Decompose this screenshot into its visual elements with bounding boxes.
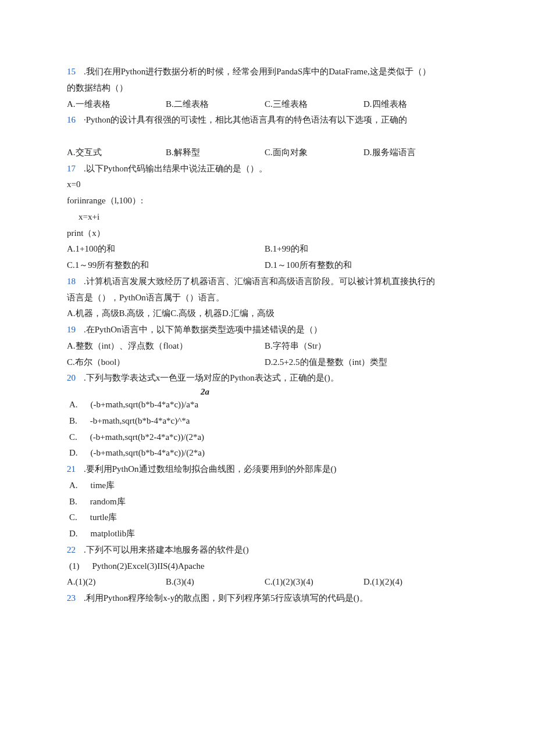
q17-option-b: B.1+99的和: [265, 241, 462, 257]
q19-stem-text: .在PythOn语言中，以下简单数据类型选项中描述错误的是（）: [84, 325, 322, 334]
q19-option-c: C.布尔（bool）: [67, 354, 265, 371]
q20-c-text: (-b+math,sqrt(b*2-4*a*c))/(2*a): [90, 432, 204, 442]
q17-option-d: D.1～100所有整数的和: [265, 257, 462, 274]
q16-blank: [67, 128, 471, 145]
q19-option-a: A.整数（int）、浮点数（float）: [67, 338, 265, 354]
paren-one: (1): [67, 561, 92, 571]
q16-option-c: C.面向对象: [265, 145, 363, 161]
q20-b-text: -b+math,sqrt(b*b-4*a*c)^*a: [90, 416, 190, 425]
q16-number: 16: [67, 115, 84, 124]
q16-stem-text: ·Python的设计具有很强的可读性，相比其他语言具有的特色语法有以下选项，正确…: [84, 115, 407, 124]
q21-d-text: matplotlib库: [91, 529, 135, 538]
q17-option-c: C.1～99所有整数的和: [67, 257, 265, 274]
q16-stem: 16·Python的设计具有很强的可读性，相比其他语言具有的特色语法有以下选项，…: [67, 112, 471, 128]
q19-options-row2: C.布尔（bool） D.2.5+2.5的值是整数（int）类型: [67, 354, 471, 371]
q17-options-row2: C.1～99所有整数的和 D.1～100所有整数的和: [67, 257, 471, 274]
letter-a: A.: [67, 481, 91, 490]
letter-d: D.: [67, 529, 91, 538]
q22-sub-text: Python(2)Excel(3)IIS(4)Apache: [92, 561, 205, 571]
q15-option-c: C.三维表格: [265, 96, 363, 113]
q21-option-c: C.turtle库: [67, 510, 471, 526]
q18-stem-line1: 18.计算机语言发展大致经历了机器语言、汇编语言和高级语言阶段。可以被计算机直接…: [67, 274, 471, 290]
q17-option-a: A.1+100的和: [67, 241, 265, 257]
q15-option-a: A.一维表格: [67, 96, 166, 113]
q15-number: 15: [67, 67, 84, 76]
q20-d-text: (-b+math,sqrt(b*b-4*a*c))/(2*a): [91, 448, 205, 457]
q19-number: 19: [67, 325, 84, 334]
q22-stem-text: .下列不可以用来搭建本地服务器的软件是(): [84, 545, 249, 554]
q15-option-b: B.二维表格: [166, 96, 265, 113]
q17-code-2: foriinrange（l,100）:: [67, 193, 471, 209]
q22-option-b: B.(3)(4): [166, 574, 265, 590]
q20-option-d: D.(-b+math,sqrt(b*b-4*a*c))/(2*a): [67, 445, 471, 461]
q16-options: A.交互式 B.解释型 C.面向对象 D.服务端语言: [67, 145, 471, 161]
q23-stem: 23.利用Python程序绘制x-y的散点图，则下列程序第5行应该填写的代码是(…: [67, 590, 471, 607]
q22-option-d: D.(1)(2)(4): [363, 574, 402, 590]
q18-stem-line2: 语言是（），PythOn语言属于（）语言。: [67, 290, 471, 306]
q17-options-row1: A.1+100的和 B.1+99的和: [67, 241, 471, 257]
q20-stem: 20.下列与数学表达式x一色亚一场对应的Python表达式，正确的是()。: [67, 370, 471, 386]
q21-option-d: D.matplotlib库: [67, 526, 471, 542]
letter-c: C.: [67, 432, 90, 442]
q17-stem-text: .以下Python代码输出结果中说法正确的是（）。: [84, 164, 268, 173]
q21-a-text: time库: [91, 481, 115, 490]
q21-stem-text: .要利用PythOn通过数组绘制拟合曲线图，必须要用到的外部库是(): [84, 464, 337, 474]
q15-stem-text1: .我们在用Python进行数据分析的时候，经常会用到PandaS库中的DataF…: [84, 67, 431, 76]
q19-stem: 19.在PythOn语言中，以下简单数据类型选项中描述错误的是（）: [67, 322, 471, 338]
q17-stem: 17.以下Python代码输出结果中说法正确的是（）。: [67, 161, 471, 177]
q22-options: A.(1)(2) B.(3)(4) C.(1)(2)(3)(4) D.(1)(2…: [67, 574, 471, 590]
letter-d: D.: [67, 448, 91, 457]
q17-code-4: print（x）: [67, 225, 471, 242]
q17-code-3: x=x+i: [67, 209, 471, 225]
q15-option-d: D.四维表格: [363, 96, 462, 113]
q19-options-row1: A.整数（int）、浮点数（float） B.字符串（Str）: [67, 338, 471, 354]
exam-page: 15.我们在用Python进行数据分析的时候，经常会用到PandaS库中的Dat…: [0, 0, 535, 756]
q21-option-a: A.time库: [67, 478, 471, 494]
letter-c: C.: [67, 513, 90, 522]
q16-option-b: B.解释型: [166, 145, 265, 161]
q18-options: A.机器，高级B.高级，汇编C.高级，机器D.汇编，高级: [67, 306, 471, 322]
q22-option-a: A.(1)(2): [67, 574, 166, 590]
q20-formula: 2a: [67, 386, 471, 397]
q15-stem-line1: 15.我们在用Python进行数据分析的时候，经常会用到PandaS库中的Dat…: [67, 64, 471, 80]
q18-number: 18: [67, 277, 84, 286]
q22-option-c: C.(1)(2)(3)(4): [265, 574, 363, 590]
q17-code-1: x=0: [67, 177, 471, 193]
q20-a-text: (-b+math,sqrt(b*b-4*a*c))/a*a: [91, 400, 198, 409]
q15-options: A.一维表格 B.二维表格 C.三维表格 D.四维表格: [67, 96, 471, 113]
q21-number: 21: [67, 464, 84, 474]
q21-b-text: random库: [90, 497, 126, 506]
q20-option-b: B.-b+math,sqrt(b*b-4*a*c)^*a: [67, 413, 471, 429]
letter-b: B.: [67, 416, 90, 425]
q20-stem-text: .下列与数学表达式x一色亚一场对应的Python表达式，正确的是()。: [84, 373, 339, 382]
q19-option-b: B.字符串（Str）: [265, 338, 462, 354]
letter-a: A.: [67, 400, 91, 409]
q17-number: 17: [67, 164, 84, 173]
q16-option-d: D.服务端语言: [363, 145, 462, 161]
letter-b: B.: [67, 497, 90, 506]
q22-sub: (1)Python(2)Excel(3)IIS(4)Apache: [67, 558, 471, 575]
q20-option-c: C.(-b+math,sqrt(b*2-4*a*c))/(2*a): [67, 429, 471, 446]
q22-stem: 22.下列不可以用来搭建本地服务器的软件是(): [67, 542, 471, 558]
q19-option-d: D.2.5+2.5的值是整数（int）类型: [265, 354, 462, 371]
q23-number: 23: [67, 593, 84, 603]
q21-stem: 21.要利用PythOn通过数组绘制拟合曲线图，必须要用到的外部库是(): [67, 461, 471, 478]
q21-option-b: B.random库: [67, 494, 471, 510]
q23-stem-text: .利用Python程序绘制x-y的散点图，则下列程序第5行应该填写的代码是()。: [84, 593, 368, 603]
q20-option-a: A.(-b+math,sqrt(b*b-4*a*c))/a*a: [67, 397, 471, 413]
q15-stem-line2: 的数据结构（）: [67, 80, 471, 96]
q20-number: 20: [67, 373, 84, 382]
q16-option-a: A.交互式: [67, 145, 166, 161]
q18-stem-text1: .计算机语言发展大致经历了机器语言、汇编语言和高级语言阶段。可以被计算机直接执行…: [84, 277, 435, 286]
q22-number: 22: [67, 545, 84, 554]
q21-c-text: turtle库: [90, 513, 117, 522]
